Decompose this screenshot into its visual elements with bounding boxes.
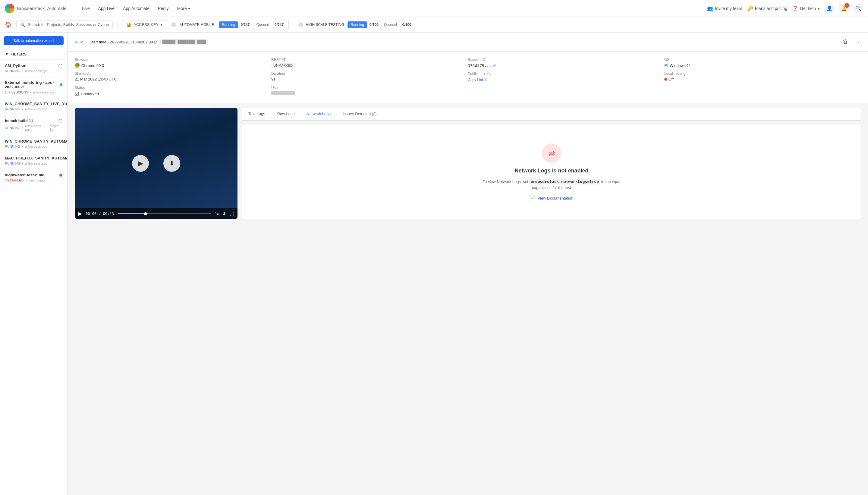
tab-issues-detected[interactable]: Issues Detected (2)	[337, 108, 383, 120]
video-screen: ▶ ⬇	[75, 108, 238, 219]
video-progress-bar[interactable]	[118, 213, 211, 214]
notifications-button[interactable]: 🔔 1	[839, 4, 849, 13]
logo[interactable]: BrowserStack Automate	[5, 4, 67, 13]
info-icon[interactable]: ⓘ	[487, 72, 491, 76]
access-key-button[interactable]: 🔐 ACCESS KEY ▾	[123, 20, 167, 29]
hs-running-badge: Running	[347, 21, 367, 28]
talk-to-expert-button[interactable]: Talk to automation expert	[4, 36, 64, 45]
queued-label: Queued	[253, 21, 272, 28]
nav-app-automate[interactable]: App Automate	[120, 5, 153, 12]
automate-mobile-status: AUTOMATE MOBILE: Running 9/247 Queued 0/…	[171, 21, 283, 28]
automate-mobile-dot	[171, 22, 176, 27]
breadcrumb: Build › Start time - 2022-03-21T13:40:02…	[68, 33, 868, 52]
os-field: OS ⊞ Windows 11	[664, 57, 861, 68]
speed-button[interactable]: 1x	[215, 211, 219, 216]
breadcrumb-actions: 🗑 ⋯	[841, 37, 861, 47]
breadcrumb-session-time: Start time - 2022-03-21T13:40:02.083Z	[89, 40, 157, 44]
filters-label: FILTERS	[11, 52, 27, 56]
status-value: ☑ Unmarked	[75, 91, 271, 97]
logs-section: Text Logs Raw Logs Network Logs Issues D…	[242, 108, 861, 219]
user-label: User	[271, 86, 468, 90]
high-scale-label: HIGH SCALE TESTING:	[306, 23, 345, 27]
session-id-label: Session ID	[468, 57, 664, 62]
copy-link-icon: ⎘	[485, 78, 487, 82]
logo-icon	[5, 4, 15, 13]
plans-pricing-button[interactable]: 🔑 Plans and pricing	[747, 5, 787, 11]
search-box[interactable]: 🔍	[16, 20, 113, 29]
search-input[interactable]	[28, 22, 109, 27]
download-control-button[interactable]: ⬇	[222, 211, 226, 216]
browser-value: Chrome 99.0	[75, 63, 271, 68]
fullscreen-button[interactable]: ⛶	[230, 211, 234, 216]
rest-api-label: REST API	[271, 57, 468, 62]
sidebar-item-status: RUNNING • a few secs ago • project 11	[5, 124, 63, 132]
session-id-field: Session ID 373d379... ⎘	[468, 57, 664, 68]
running-count: 9/247	[241, 23, 249, 27]
success-icon	[60, 83, 63, 86]
windows-icon: ⊞	[664, 63, 668, 68]
sidebar-item-win-chrome-sanity[interactable]: WIN_CHROME_SANITY_LIVE_3104 RUNNING • a …	[0, 98, 67, 115]
home-button[interactable]: 🏠	[5, 21, 12, 28]
chevron-down-icon: ▾	[188, 6, 190, 11]
main-layout: Talk to automation expert ▼ FILTERS AM_P…	[0, 33, 868, 495]
os-label: OS	[664, 57, 861, 62]
nav-right-actions: 👥 Invite my team 🔑 Plans and pricing ❓ G…	[707, 4, 863, 13]
video-player: ▶ ⬇ ▶ 00:00 / 00:13 1x	[75, 108, 238, 219]
view-documentation-link[interactable]: 📄 View Documentation	[530, 195, 574, 201]
tab-network-logs[interactable]: Network Logs	[300, 108, 336, 120]
started-at-value: 21 Mar 2022 13:40 UTC	[75, 77, 271, 81]
copy-link-button[interactable]: Copy Link ⎘	[468, 78, 487, 82]
play-button[interactable]: ▶	[132, 155, 149, 172]
network-logs-description: To view Network Logs, set browserstack.n…	[482, 179, 621, 190]
sidebar-item-external-monitoring[interactable]: External monitoring - aps - 2022-03-21 1…	[0, 76, 67, 98]
copy-session-id-button[interactable]: ⎘	[493, 63, 496, 68]
sidebar-item-mac-firefox[interactable]: MAC_FIREFOX_SANITY_AUTOMATE/AUTOMATE_FEA…	[0, 152, 67, 169]
get-help-button[interactable]: ❓ Get help ▾	[792, 5, 820, 11]
duration-label: Duration	[271, 71, 468, 76]
sidebar-item-status: RUNNING • a few secs ago	[5, 107, 63, 111]
hs-running-group: Running 0/100	[347, 21, 379, 28]
sidebar-item-win-chrome-automate[interactable]: WIN_CHROME_SANITY_AUTOMATE/AUTOMATE_FEAT…	[0, 135, 67, 152]
high-scale-dot	[298, 22, 303, 27]
high-scale-status: HIGH SCALE TESTING: Running 0/100 Queued…	[298, 21, 411, 28]
filters-toggle[interactable]: ▼ FILTERS	[0, 49, 67, 60]
sidebar-item-nightwatch[interactable]: nightwatch-test-build 3/24 FAILED • 3 mi…	[0, 169, 67, 186]
public-link-field: Public Link ⓘ Copy Link ⎘	[468, 71, 664, 82]
browser-label: Browser	[75, 57, 271, 62]
delete-button[interactable]: 🗑	[841, 37, 849, 47]
search-icon-small: 🔍	[20, 22, 25, 27]
breadcrumb-separator: ›	[86, 40, 87, 44]
sidebar-item-am-python[interactable]: AM_Python RUNNING • a few secs ago	[0, 60, 67, 76]
nav-more[interactable]: More ▾	[174, 5, 193, 12]
tab-text-logs[interactable]: Text Logs	[242, 108, 271, 120]
play-pause-button[interactable]: ▶	[79, 211, 82, 217]
sidebar-item-status: 187 SESSIONS • a few secs ago	[5, 90, 63, 94]
breadcrumb-build-link[interactable]: Build	[75, 40, 84, 44]
failed-icon	[59, 174, 63, 177]
sidebar-item-name: bstack build 11	[5, 118, 63, 123]
tab-raw-logs[interactable]: Raw Logs	[271, 108, 301, 120]
chrome-icon	[75, 63, 80, 68]
local-testing-value: Off	[664, 77, 861, 81]
started-at-label: Started At	[75, 71, 271, 76]
plans-icon: 🔑	[747, 5, 753, 11]
spinner-icon	[58, 119, 63, 123]
public-link-label: Public Link ⓘ	[468, 71, 664, 76]
download-video-button[interactable]: ⬇	[163, 155, 180, 172]
running-status-group: Running 9/247	[219, 21, 250, 28]
logs-content: ⇄ Network Logs is not enabled To view Ne…	[242, 125, 861, 219]
status-divider-1	[118, 20, 118, 30]
video-section: ▶ ⬇ ▶ 00:00 / 00:13 1x	[75, 108, 238, 219]
invite-team-button[interactable]: 👥 Invite my team	[707, 5, 742, 11]
user-avatar[interactable]: 👤	[824, 4, 834, 13]
nav-app-live[interactable]: App Live	[95, 5, 118, 12]
search-button[interactable]: 🔍	[853, 4, 863, 13]
filter-icon: ▼	[5, 52, 9, 56]
sidebar-item-status: RUNNING • a few secs ago	[5, 161, 63, 165]
invite-icon: 👥	[707, 5, 713, 11]
nav-live[interactable]: Live	[79, 5, 93, 12]
video-logs-area: ▶ ⬇ ▶ 00:00 / 00:13 1x	[68, 103, 868, 224]
more-options-button[interactable]: ⋯	[853, 37, 861, 47]
sidebar-item-bstack-build[interactable]: bstack build 11 RUNNING • a few secs ago…	[0, 115, 67, 135]
nav-percy[interactable]: Percy	[155, 5, 172, 12]
